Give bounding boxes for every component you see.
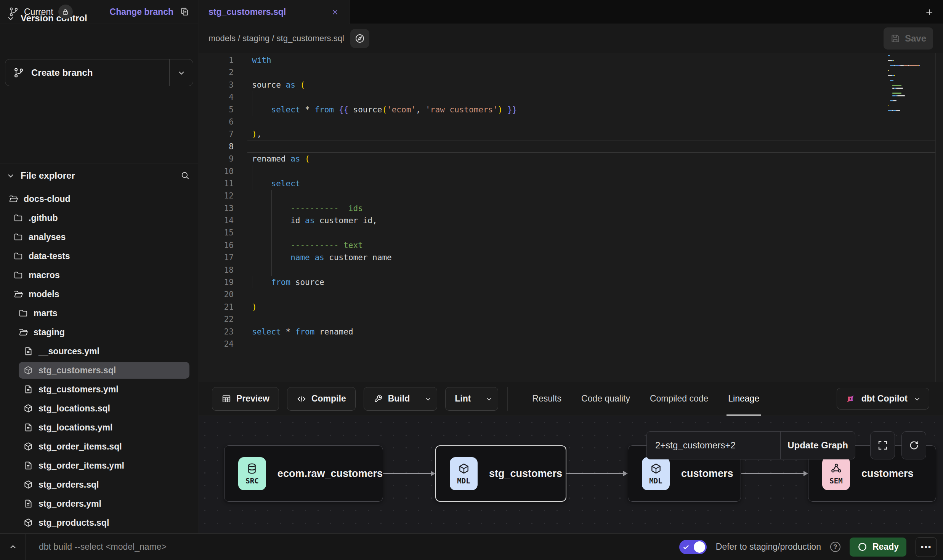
lineage-node-stg_customers[interactable]: MDLstg_customers bbox=[435, 445, 566, 502]
file-tree-item-staging[interactable]: staging bbox=[0, 323, 198, 342]
lineage-graph[interactable]: SRCecom.raw_customersMDLstg_customersMDL… bbox=[199, 416, 943, 533]
file-tree-item-macros[interactable]: macros bbox=[0, 266, 198, 285]
node-label: customers bbox=[861, 468, 914, 480]
code-line-21[interactable]: ) bbox=[247, 301, 936, 313]
update-graph-button[interactable]: Update Graph bbox=[780, 432, 855, 459]
file-tree-item-stg_orders.yml[interactable]: stg_orders.yml bbox=[0, 494, 198, 513]
code-line-22[interactable] bbox=[247, 313, 936, 325]
code-line-13[interactable]: ---------- ids bbox=[247, 202, 936, 214]
mdl-badge: MDL bbox=[642, 457, 670, 490]
refresh-button[interactable] bbox=[901, 431, 926, 459]
code-line-15[interactable] bbox=[247, 227, 936, 239]
line-number: 15 bbox=[199, 227, 234, 239]
sidebar: Current Change branch Version control Cr… bbox=[0, 0, 198, 533]
compile-button[interactable]: Compile bbox=[287, 387, 356, 411]
search-icon[interactable] bbox=[180, 171, 190, 181]
code-line-5[interactable]: select * from {{ source('ecom', 'raw_cus… bbox=[247, 104, 936, 116]
tab-stg-customers-sql[interactable]: stg_customers.sql bbox=[199, 0, 350, 24]
code-line-6[interactable] bbox=[247, 116, 936, 128]
line-number: 5 bbox=[199, 104, 234, 116]
file-tree-item-stg_locations.yml[interactable]: stg_locations.yml bbox=[0, 418, 198, 437]
code-editor[interactable]: 123456789101112131415161718192021222324 … bbox=[199, 53, 943, 382]
build-main[interactable]: Build bbox=[364, 387, 419, 410]
file-tree-item-stg_customers.sql[interactable]: stg_customers.sql bbox=[0, 361, 198, 380]
more-options-button[interactable]: ••• bbox=[916, 537, 937, 557]
editor-scrollbar[interactable] bbox=[935, 53, 936, 382]
file-tree-item-stg_products.sql[interactable]: stg_products.sql bbox=[0, 513, 198, 532]
ready-status-button[interactable]: Ready bbox=[850, 538, 906, 557]
tab-bar: stg_customers.sql bbox=[199, 0, 943, 24]
file-tree-item-stg_order_items.sql[interactable]: stg_order_items.sql bbox=[0, 437, 198, 456]
lineage-compass-icon[interactable] bbox=[350, 29, 369, 48]
code-line-16[interactable]: ---------- text bbox=[247, 239, 936, 251]
file-name: stg_orders.sql bbox=[38, 480, 99, 490]
create-branch-main[interactable]: Create branch bbox=[5, 59, 169, 86]
dbt-copilot-button[interactable]: dbt Copilot bbox=[837, 388, 929, 410]
panel-tab-compiled-code[interactable]: Compiled code bbox=[640, 382, 718, 416]
code-line-24[interactable] bbox=[247, 338, 936, 350]
code-line-11[interactable]: select bbox=[247, 178, 936, 190]
help-icon[interactable]: ? bbox=[830, 542, 840, 552]
editor-code[interactable]: withsource as ( select * from {{ source(… bbox=[247, 54, 936, 350]
code-line-8[interactable] bbox=[247, 141, 936, 153]
code-line-9[interactable]: renamed as ( bbox=[247, 153, 936, 165]
file-tree-item-stg_order_items.yml[interactable]: stg_order_items.yml bbox=[0, 456, 198, 475]
fullscreen-button[interactable] bbox=[870, 431, 895, 459]
file-name: data-tests bbox=[29, 251, 70, 261]
folder-open-icon bbox=[13, 288, 24, 300]
lint-main[interactable]: Lint bbox=[446, 387, 480, 410]
code-line-10[interactable] bbox=[247, 165, 936, 178]
code-line-2[interactable] bbox=[247, 66, 936, 78]
code-line-3[interactable]: source as ( bbox=[247, 79, 936, 91]
code-line-12[interactable] bbox=[247, 190, 936, 202]
file-tree-item-stg_orders.sql[interactable]: stg_orders.sql bbox=[0, 475, 198, 494]
panel-tab-code-quality[interactable]: Code quality bbox=[571, 382, 640, 416]
code-line-23[interactable]: select * from renamed bbox=[247, 326, 936, 338]
code-line-4[interactable] bbox=[247, 91, 936, 103]
file-tree-item-models[interactable]: models bbox=[0, 285, 198, 304]
file-tree-item-docs-cloud[interactable]: docs-cloud bbox=[0, 189, 198, 208]
file-tree-item-__sources.yml[interactable]: __sources.yml bbox=[0, 342, 198, 361]
code-line-18[interactable] bbox=[247, 264, 936, 276]
close-icon[interactable] bbox=[331, 8, 339, 16]
code-line-7[interactable]: ), bbox=[247, 128, 936, 140]
chevron-down-icon bbox=[6, 171, 15, 180]
current-branch-label: Current bbox=[24, 7, 53, 17]
code-line-20[interactable] bbox=[247, 288, 936, 301]
preview-button[interactable]: Preview bbox=[212, 387, 279, 411]
file-name: stg_locations.yml bbox=[38, 422, 112, 433]
file-tree-item-stg_customers.yml[interactable]: stg_customers.yml bbox=[0, 380, 198, 399]
file-tree-item-stg_locations.sql[interactable]: stg_locations.sql bbox=[0, 399, 198, 418]
file-tree-item-marts[interactable]: marts bbox=[0, 304, 198, 323]
collapse-panel-button[interactable] bbox=[0, 534, 26, 560]
file-tree-item-.github[interactable]: .github bbox=[0, 208, 198, 227]
build-button: Build bbox=[364, 387, 438, 411]
folder-icon bbox=[13, 231, 24, 243]
command-input[interactable]: dbt build --select <model_name> bbox=[26, 542, 679, 552]
lineage-node-ecom.raw_customers[interactable]: SRCecom.raw_customers bbox=[224, 445, 383, 502]
code-line-19[interactable]: from source bbox=[247, 276, 936, 288]
new-tab-button[interactable] bbox=[922, 5, 936, 19]
line-number: 1 bbox=[199, 54, 234, 66]
line-number: 23 bbox=[199, 326, 234, 338]
code-line-17[interactable]: name as customer_name bbox=[247, 251, 936, 264]
preview-label: Preview bbox=[236, 394, 269, 404]
lint-dropdown[interactable] bbox=[480, 387, 498, 410]
panel-tab-results[interactable]: Results bbox=[522, 382, 571, 416]
panel-tab-lineage[interactable]: Lineage bbox=[718, 382, 769, 416]
file-tree-item-data-tests[interactable]: data-tests bbox=[0, 246, 198, 266]
change-branch-link[interactable]: Change branch bbox=[110, 7, 173, 17]
defer-toggle[interactable] bbox=[679, 540, 707, 554]
status-circle-icon bbox=[857, 542, 868, 552]
code-line-14[interactable]: id as customer_id, bbox=[247, 214, 936, 227]
line-number: 20 bbox=[199, 288, 234, 301]
save-button[interactable]: Save bbox=[884, 27, 933, 50]
file-explorer-header[interactable]: File explorer bbox=[0, 163, 198, 188]
code-line-1[interactable]: with bbox=[247, 54, 936, 66]
lineage-selector-input[interactable]: 2+stg_customers+2 bbox=[647, 432, 780, 459]
build-dropdown[interactable] bbox=[419, 387, 437, 410]
file-tree-item-analyses[interactable]: analyses bbox=[0, 227, 198, 246]
editor-minimap[interactable] bbox=[888, 55, 932, 115]
copy-icon[interactable] bbox=[180, 7, 189, 17]
create-branch-dropdown[interactable] bbox=[169, 59, 193, 86]
